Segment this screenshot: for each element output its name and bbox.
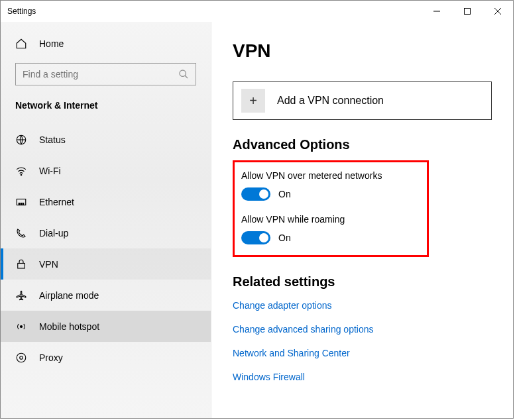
sidebar-item-label: Status — [39, 134, 66, 145]
svg-line-5 — [185, 76, 188, 78]
svg-rect-12 — [23, 203, 24, 205]
sidebar: Home Network & Internet Status Wi-Fi Eth… — [1, 22, 211, 418]
status-icon — [15, 134, 27, 146]
link-network-sharing-center[interactable]: Network and Sharing Center — [233, 348, 492, 358]
window-controls — [422, 1, 513, 22]
svg-rect-1 — [465, 9, 471, 15]
home-label: Home — [39, 38, 64, 49]
sidebar-item-hotspot[interactable]: Mobile hotspot — [1, 311, 211, 342]
svg-rect-13 — [18, 263, 25, 268]
add-vpn-button[interactable]: + Add a VPN connection — [233, 81, 492, 120]
svg-point-8 — [21, 174, 22, 176]
toggle-state-roaming: On — [278, 233, 291, 243]
sidebar-item-label: VPN — [39, 259, 58, 270]
link-sharing-options[interactable]: Change advanced sharing options — [233, 324, 492, 335]
sidebar-item-dialup[interactable]: Dial-up — [1, 217, 211, 248]
svg-point-14 — [21, 325, 23, 327]
svg-point-16 — [20, 356, 23, 359]
sidebar-item-label: Wi-Fi — [39, 166, 61, 176]
toggle-state-metered: On — [278, 189, 291, 199]
titlebar: Settings — [1, 1, 513, 22]
settings-window: Settings Home Network & Internet Status — [0, 0, 514, 419]
ethernet-icon — [15, 196, 27, 208]
home-button[interactable]: Home — [1, 31, 211, 56]
related-settings-title: Related settings — [233, 274, 492, 289]
sidebar-item-wifi[interactable]: Wi-Fi — [1, 155, 211, 186]
toggle-label-roaming: Allow VPN while roaming — [241, 214, 420, 225]
minimize-button[interactable] — [422, 1, 452, 22]
toggle-row-roaming: On — [241, 231, 420, 244]
toggle-label-metered: Allow VPN over metered networks — [241, 170, 420, 181]
toggle-metered[interactable] — [241, 187, 270, 201]
link-windows-firewall[interactable]: Windows Firewall — [233, 372, 492, 382]
link-adapter-options[interactable]: Change adapter options — [233, 300, 492, 311]
dialup-icon — [15, 227, 27, 239]
close-button[interactable] — [483, 1, 513, 22]
add-vpn-label: Add a VPN connection — [277, 95, 384, 107]
toggle-roaming[interactable] — [241, 231, 270, 244]
toggle-row-metered: On — [241, 187, 420, 201]
search-input[interactable] — [23, 69, 178, 79]
sidebar-item-label: Mobile hotspot — [39, 321, 99, 332]
hotspot-icon — [15, 321, 27, 333]
wifi-icon — [15, 165, 27, 177]
plus-icon: + — [241, 89, 265, 113]
airplane-icon — [15, 289, 27, 301]
sidebar-item-label: Proxy — [39, 352, 63, 363]
svg-point-4 — [180, 70, 186, 76]
section-label: Network & Internet — [1, 96, 211, 124]
sidebar-item-airplane[interactable]: Airplane mode — [1, 280, 211, 311]
search-icon — [178, 69, 189, 79]
svg-point-15 — [17, 353, 26, 362]
home-icon — [15, 38, 27, 50]
sidebar-item-vpn[interactable]: VPN — [1, 248, 211, 280]
sidebar-item-proxy[interactable]: Proxy — [1, 342, 211, 373]
vpn-icon — [15, 258, 27, 270]
window-title: Settings — [7, 7, 36, 16]
maximize-button[interactable] — [452, 1, 483, 22]
sidebar-item-label: Airplane mode — [39, 290, 99, 301]
page-title: VPN — [233, 40, 492, 62]
highlight-box: Allow VPN over metered networks On Allow… — [233, 160, 429, 257]
body: Home Network & Internet Status Wi-Fi Eth… — [1, 22, 513, 418]
proxy-icon — [15, 352, 27, 364]
advanced-options-title: Advanced Options — [233, 137, 492, 152]
main-content: VPN + Add a VPN connection Advanced Opti… — [211, 22, 513, 418]
sidebar-item-ethernet[interactable]: Ethernet — [1, 186, 211, 217]
svg-rect-10 — [19, 203, 20, 205]
sidebar-item-label: Dial-up — [39, 228, 68, 238]
sidebar-item-label: Ethernet — [39, 197, 74, 207]
sidebar-item-status[interactable]: Status — [1, 124, 211, 155]
search-box[interactable] — [15, 63, 196, 85]
svg-rect-11 — [21, 203, 22, 205]
